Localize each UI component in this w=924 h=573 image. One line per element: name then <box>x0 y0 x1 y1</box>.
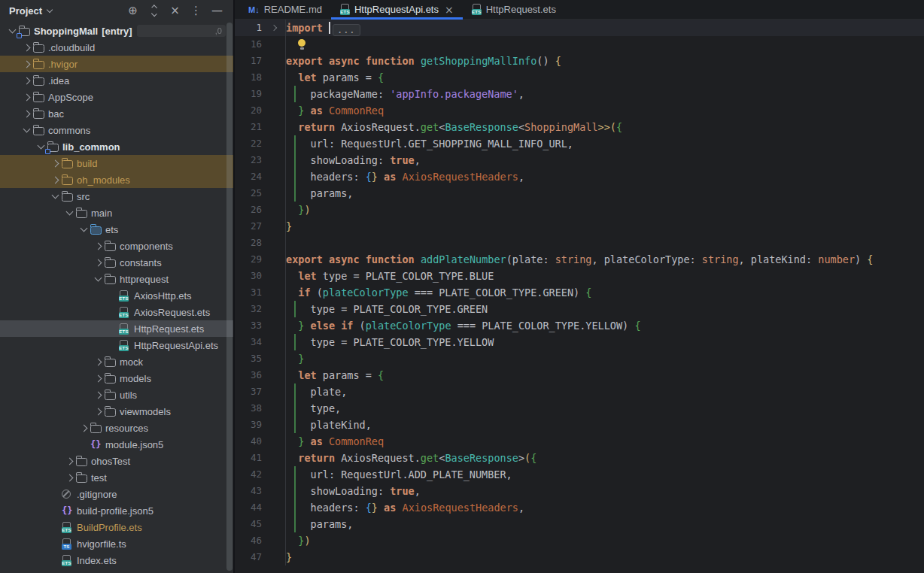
fold-gutter[interactable] <box>262 317 286 334</box>
chevron-right-icon[interactable] <box>95 408 102 415</box>
expand-all-icon[interactable] <box>148 5 160 17</box>
line-number[interactable]: 1 <box>235 20 262 36</box>
line-number[interactable]: 46 <box>235 532 262 549</box>
code-text[interactable]: } as CommonReq <box>286 102 924 119</box>
tree-item-index-ets[interactable]: ETSIndex.ets <box>0 552 233 568</box>
fold-gutter[interactable] <box>262 202 286 218</box>
fold-gutter[interactable] <box>262 284 286 301</box>
fold-gutter[interactable] <box>262 152 286 168</box>
tree-item-shoppingmall[interactable]: ShoppingMall[entry],0 <box>0 23 233 39</box>
code-line-25[interactable]: 25 params, <box>235 185 924 202</box>
code-line-28[interactable]: 28 <box>235 235 924 251</box>
tree-item-commons[interactable]: commons <box>0 122 233 138</box>
tree-item--cloudbuild[interactable]: .cloudbuild <box>0 39 233 56</box>
tree-item--hvigor[interactable]: .hvigor <box>0 56 233 72</box>
fold-gutter[interactable] <box>262 53 286 69</box>
tree-item-build-profile-json5[interactable]: {}build-profile.json5 <box>0 502 233 519</box>
fold-gutter[interactable] <box>262 350 286 367</box>
fold-gutter[interactable] <box>262 483 286 499</box>
chevron-right-icon[interactable] <box>95 242 102 250</box>
tree-item-oh-modules[interactable]: oh_modules <box>0 171 233 188</box>
fold-gutter[interactable] <box>262 549 286 565</box>
chevron-right-icon[interactable] <box>95 358 102 365</box>
fold-gutter[interactable] <box>262 86 286 102</box>
line-number[interactable]: 39 <box>235 417 262 433</box>
tree-item--idea[interactable]: .idea <box>0 72 233 89</box>
chevron-right-icon[interactable] <box>66 457 74 465</box>
tree-item-viewmodels[interactable]: viewmodels <box>0 403 233 420</box>
line-number[interactable]: 23 <box>235 152 262 168</box>
line-number[interactable]: 40 <box>235 433 262 450</box>
fold-gutter[interactable] <box>262 367 286 384</box>
line-number[interactable]: 27 <box>235 218 262 235</box>
code-text[interactable]: type = PLATE_COLOR_TYPE.YELLOW <box>286 334 924 350</box>
line-number[interactable]: 37 <box>235 384 262 400</box>
code-line-30[interactable]: 30 let type = PLATE_COLOR_TYPE.BLUE <box>235 268 924 284</box>
line-number[interactable]: 18 <box>235 69 262 86</box>
code-text[interactable]: url: RequestUrl.GET_SHOPPING_MALL_INFO_U… <box>286 135 924 152</box>
line-number[interactable]: 25 <box>235 185 262 202</box>
fold-gutter[interactable] <box>262 119 286 135</box>
line-number[interactable]: 24 <box>235 168 262 185</box>
code-text[interactable]: plateKind, <box>286 417 924 433</box>
fold-gutter[interactable] <box>262 516 286 532</box>
code-text[interactable]: type = PLATE_COLOR_TYPE.GREEN <box>286 301 924 317</box>
tree-item-models[interactable]: models <box>0 370 233 387</box>
fold-gutter[interactable] <box>262 466 286 483</box>
fold-gutter[interactable] <box>262 433 286 450</box>
fold-gutter[interactable] <box>262 135 286 152</box>
code-area[interactable]: 1import ...16 17export async function ge… <box>235 20 924 565</box>
code-line-42[interactable]: 42 url: RequestUrl.ADD_PLATE_NUMBER, <box>235 466 924 483</box>
collapse-all-icon[interactable]: × <box>169 5 181 17</box>
fold-gutter[interactable] <box>262 235 286 251</box>
code-line-19[interactable]: 19 packageName: 'appInfo.packageName', <box>235 86 924 102</box>
tree-item-ets[interactable]: ets <box>0 221 233 238</box>
chevron-down-icon[interactable] <box>95 274 102 282</box>
tree-item-mock[interactable]: mock <box>0 353 233 370</box>
chevron-down-icon[interactable] <box>52 192 59 199</box>
code-line-24[interactable]: 24 headers: {} as AxiosRequestHeaders, <box>235 168 924 185</box>
tree-item-axioshttp-ets[interactable]: ETSAxiosHttp.ets <box>0 287 233 304</box>
code-text[interactable]: url: RequestUrl.ADD_PLATE_NUMBER, <box>286 466 924 483</box>
code-line-39[interactable]: 39 plateKind, <box>235 417 924 433</box>
tree-item-buildprofile-ets[interactable]: ETSBuildProfile.ets <box>0 519 233 535</box>
code-text[interactable]: } as CommonReq <box>286 433 924 450</box>
chevron-down-icon[interactable] <box>38 142 45 150</box>
code-text[interactable]: if (plateColorType === PLATE_COLOR_TYPE.… <box>286 284 924 301</box>
line-number[interactable]: 38 <box>235 400 262 417</box>
code-text[interactable]: } <box>286 218 924 235</box>
code-line-29[interactable]: 29export async function addPlateNumber(p… <box>235 251 924 268</box>
code-line-44[interactable]: 44 headers: {} as AxiosRequestHeaders, <box>235 499 924 516</box>
code-line-20[interactable]: 20 } as CommonReq <box>235 102 924 119</box>
code-line-40[interactable]: 40 } as CommonReq <box>235 433 924 450</box>
tab-readme-md[interactable]: M↓README.md <box>239 0 331 19</box>
tree-item-httprequestapi-ets[interactable]: ETSHttpRequestApi.ets <box>0 337 233 353</box>
code-line-18[interactable]: 18 let params = { <box>235 69 924 86</box>
code-text[interactable]: packageName: 'appInfo.packageName', <box>286 86 924 102</box>
code-text[interactable]: export async function addPlateNumber(pla… <box>286 251 924 268</box>
tree-item-bac[interactable]: bac <box>0 105 233 122</box>
code-text[interactable]: let params = { <box>286 69 924 86</box>
code-text[interactable]: showLoading: true, <box>286 152 924 168</box>
tab-httprequestapi-ets[interactable]: ETSHttpRequestApi.ets× <box>331 0 463 19</box>
code-line-16[interactable]: 16 <box>235 36 924 53</box>
code-text[interactable]: type, <box>286 400 924 417</box>
line-number[interactable]: 20 <box>235 102 262 119</box>
tree-item-components[interactable]: components <box>0 238 233 254</box>
code-text[interactable]: headers: {} as AxiosRequestHeaders, <box>286 499 924 516</box>
chevron-right-icon[interactable] <box>95 374 102 382</box>
chevron-right-icon[interactable] <box>52 176 59 183</box>
fold-gutter[interactable] <box>262 251 286 268</box>
code-line-32[interactable]: 32 type = PLATE_COLOR_TYPE.GREEN <box>235 301 924 317</box>
tree-item-test[interactable]: test <box>0 469 233 486</box>
line-number[interactable]: 22 <box>235 135 262 152</box>
code-line-46[interactable]: 46 }) <box>235 532 924 549</box>
tab-httprequest-ets[interactable]: ETSHttpRequest.ets <box>463 0 565 19</box>
code-line-47[interactable]: 47} <box>235 549 924 565</box>
chevron-down-icon[interactable] <box>23 126 31 133</box>
tree-item--gitignore[interactable]: .gitignore <box>0 486 233 502</box>
code-text[interactable]: import ... <box>286 20 924 36</box>
code-line-21[interactable]: 21 return AxiosRequest.get<BaseResponse<… <box>235 119 924 135</box>
fold-gutter[interactable] <box>262 36 286 53</box>
chevron-down-icon[interactable] <box>47 7 53 13</box>
